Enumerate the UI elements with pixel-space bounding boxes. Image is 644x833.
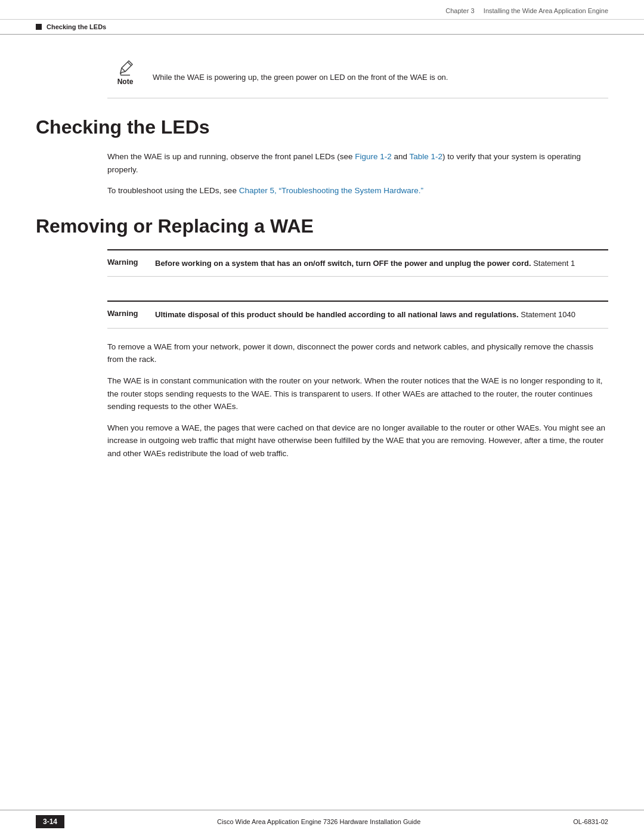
leds-chapter5-link[interactable]: Chapter 5, “Troubleshooting the System H…: [239, 186, 423, 195]
main-content: Note While the WAE is powering up, the g…: [0, 35, 644, 504]
note-label: Note: [117, 78, 134, 86]
warning2-bold: Ultimate disposal of this product should…: [155, 310, 519, 319]
note-icon-area: Note: [107, 58, 143, 86]
chapter-title: Installing the Wide Area Application Eng…: [484, 7, 608, 14]
warning2-label: Warning: [107, 309, 155, 318]
wae-para1: To remove a WAE from your network, power…: [107, 340, 608, 366]
breadcrumb-square-icon: [36, 24, 42, 30]
leds-table-link[interactable]: Table 1-2: [410, 152, 443, 161]
section-leds-heading: Checking the LEDs: [36, 116, 608, 138]
note-box: Note While the WAE is powering up, the g…: [107, 58, 608, 98]
warning1-text: Before working on a system that has an o…: [155, 258, 575, 270]
header-bar: Chapter 3 Installing the Wide Area Appli…: [0, 0, 644, 20]
leds-figure-link[interactable]: Figure 1-2: [355, 152, 392, 161]
header-chapter: Chapter 3 Installing the Wide Area Appli…: [322, 7, 608, 14]
leds-para2-text: To troubleshoot using the LEDs, see: [107, 186, 239, 195]
breadcrumb-text: Checking the LEDs: [47, 23, 106, 30]
footer-bar: 3-14 Cisco Wide Area Application Engine …: [0, 810, 644, 833]
warning-box-1: Warning Before working on a system that …: [107, 249, 608, 277]
note-pencil-icon: [116, 58, 135, 78]
breadcrumb-bar: Checking the LEDs: [0, 20, 644, 35]
warning-box-2: Warning Ultimate disposal of this produc…: [107, 301, 608, 329]
wae-para2: The WAE is in constant communication wit…: [107, 374, 608, 413]
footer-doc-title: Cisco Wide Area Application Engine 7326 …: [64, 818, 573, 825]
note-text: While the WAE is powering up, the green …: [153, 58, 448, 83]
warning1-bold: Before working on a system that has an o…: [155, 259, 531, 268]
warning1-normal: Statement 1: [531, 259, 575, 268]
wae-para3: When you remove a WAE, the pages that we…: [107, 422, 608, 460]
section-leds-para2: To troubleshoot using the LEDs, see Chap…: [107, 184, 608, 197]
leds-para1-text: When the WAE is up and running, observe …: [107, 152, 355, 161]
page-container: Chapter 3 Installing the Wide Area Appli…: [0, 0, 644, 833]
warning1-label: Warning: [107, 258, 155, 267]
warning1-spacer: [107, 277, 608, 289]
footer-doc-num: OL-6831-02: [573, 818, 608, 825]
warning2-text: Ultimate disposal of this product should…: [155, 309, 575, 321]
warning2-normal: Statement 1040: [519, 310, 575, 319]
chapter-num: Chapter 3: [445, 7, 474, 14]
footer-page-tag: 3-14: [36, 815, 64, 828]
section-leds-para1: When the WAE is up and running, observe …: [107, 150, 608, 176]
section-wae-heading: Removing or Replacing a WAE: [36, 215, 608, 237]
leds-para1-mid: and: [392, 152, 410, 161]
